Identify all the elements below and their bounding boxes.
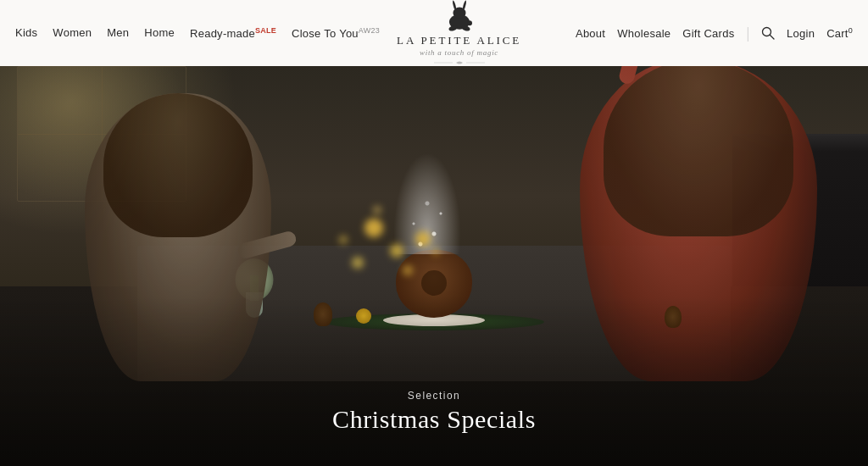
nav-cart[interactable]: Cart0 [826, 26, 853, 40]
nav-divider: | [746, 25, 749, 42]
nav-kids[interactable]: Kids [15, 26, 37, 39]
logo-tagline: with a touch of magic [420, 48, 498, 57]
sugar-particles [393, 153, 461, 254]
hero-selection-label: Selection [264, 390, 604, 402]
nav-login[interactable]: Login [787, 27, 815, 40]
aw-badge: AW23 [359, 26, 380, 35]
hero-text-block: Selection Christmas Specials [264, 390, 604, 434]
nav-gift-cards[interactable]: Gift Cards [682, 27, 734, 40]
svg-point-7 [763, 28, 771, 36]
search-button[interactable] [761, 26, 775, 40]
hero-section: Selection Christmas Specials [0, 66, 868, 466]
nav-women[interactable]: Women [53, 26, 92, 39]
nav-wholesale[interactable]: Wholesale [617, 27, 670, 40]
hero-title: Christmas Specials [264, 405, 604, 434]
cake-hole [421, 270, 447, 296]
nav-right: About Wholesale Gift Cards | Login Cart0 [538, 25, 853, 42]
svg-line-8 [771, 36, 775, 40]
rabbit-logo-icon [434, 0, 485, 32]
nav-home[interactable]: Home [144, 26, 175, 39]
nav-left: Kids Women Men Home Ready-madeSALE Close… [15, 26, 380, 40]
search-icon [761, 26, 775, 40]
child-right-hair [604, 66, 793, 236]
child-left-hair [103, 93, 253, 237]
logo-name: LA PETITE ALICE [397, 34, 521, 47]
logo-divider-icon [434, 59, 485, 66]
svg-point-2 [467, 20, 472, 25]
hero-overlay [0, 297, 868, 466]
sugar-spray [393, 153, 461, 254]
cart-count: 0 [849, 26, 853, 35]
header: Kids Women Men Home Ready-madeSALE Close… [0, 0, 868, 66]
nav-ready-made[interactable]: Ready-madeSALE [190, 26, 276, 40]
nav-close-to-you[interactable]: Close To YouAW23 [292, 26, 380, 40]
nav-about[interactable]: About [576, 27, 605, 40]
logo[interactable]: LA PETITE ALICE with a touch of magic [380, 0, 538, 66]
sale-badge: SALE [255, 26, 276, 35]
nav-men[interactable]: Men [107, 26, 129, 39]
